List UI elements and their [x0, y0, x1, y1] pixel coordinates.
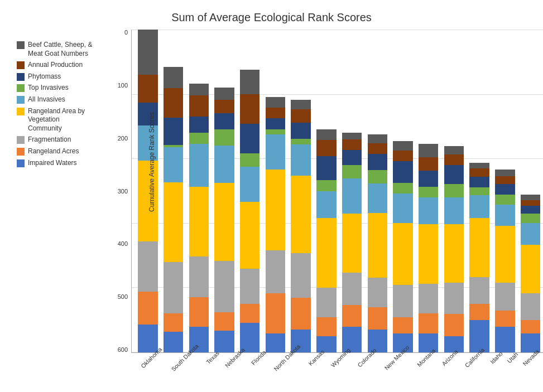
legend-label: Top Invasives [28, 84, 69, 93]
bar-segment-rangeland_area [266, 170, 285, 250]
x-label: Montana [412, 353, 435, 386]
legend-item: Phytomass [17, 72, 95, 81]
bar-segment-rangeland_area [521, 245, 540, 293]
bar-stack [291, 99, 310, 352]
bar-segment-all_invasives [342, 178, 362, 214]
bar-segment-phytomass [444, 165, 464, 184]
bar-segment-phytomass [419, 171, 438, 187]
legend-item: Impaired Waters [17, 159, 95, 168]
bar-segment-all_invasives [214, 146, 234, 183]
bar-segment-beef_cattle [444, 146, 464, 154]
y-tick: 200 [100, 135, 131, 142]
legend-swatch [17, 84, 25, 92]
bar-segment-rangeland_area [240, 202, 260, 269]
legend-label: Impaired Waters [28, 159, 77, 168]
bar-segment-top_invasives [393, 183, 412, 193]
bar-segment-all_invasives [419, 197, 438, 224]
bar-segment-all_invasives [189, 144, 209, 187]
bar-stack [164, 67, 183, 352]
bar-segment-all_invasives [291, 144, 310, 176]
x-label: Wyoming [326, 353, 350, 386]
bar-segment-top_invasives [444, 184, 464, 197]
bar-segment-rangeland_acres [521, 320, 540, 333]
bar-group [519, 30, 542, 352]
bar-segment-rangeland_acres [214, 312, 234, 331]
legend-swatch [17, 148, 25, 156]
bar-segment-all_invasives [240, 167, 260, 202]
bar-stack [138, 30, 157, 352]
legend-item: Rangeland Acres [17, 147, 95, 156]
bar-segment-rangeland_acres [393, 317, 412, 333]
bar-segment-rangeland_acres [266, 293, 285, 333]
bar-segment-all_invasives [495, 205, 515, 226]
x-label: South Dakota [165, 353, 200, 386]
bar-segment-fragmentation [138, 241, 157, 292]
y-tick: 500 [100, 294, 131, 300]
bar-segment-rangeland_area [469, 218, 489, 277]
bar-group [315, 30, 338, 352]
bar-segment-beef_cattle [291, 100, 310, 109]
bar-segment-rangeland_area [444, 224, 464, 282]
bar-segment-fragmentation [266, 250, 285, 293]
legend-label: All Invasives [28, 95, 65, 104]
bar-segment-beef_cattle [469, 163, 489, 168]
legend-label: Rangeland Area by Vegetation Community [28, 107, 95, 133]
bar-group [366, 30, 389, 352]
bar-segment-rangeland_acres [444, 314, 464, 337]
bar-segment-rangeland_area [164, 182, 183, 262]
bar-stack [342, 133, 362, 352]
bar-group [417, 30, 440, 352]
bar-segment-phytomass [316, 156, 336, 180]
bars-row [132, 30, 543, 352]
bar-segment-fragmentation [316, 288, 336, 317]
bar-segment-annual_production [495, 176, 515, 184]
bar-segment-rangeland_acres [342, 305, 362, 327]
x-label: Kansas [304, 353, 324, 386]
bar-group [162, 30, 185, 352]
bar-segment-top_invasives [521, 214, 540, 223]
bar-segment-top_invasives [495, 195, 515, 204]
bars-and-x: OklahomaSouth DakotaTexasNebraskaFlorida… [131, 30, 543, 386]
bar-segment-rangeland_acres [240, 304, 260, 323]
bar-segment-beef_cattle [240, 70, 260, 94]
x-label: Nebraska [220, 353, 245, 386]
bar-segment-beef_cattle [266, 97, 285, 108]
bar-segment-beef_cattle [342, 133, 362, 139]
bar-segment-all_invasives [266, 134, 285, 170]
legend-item: All Invasives [17, 95, 95, 104]
bar-segment-annual_production [469, 168, 489, 176]
legend-label: Phytomass [28, 72, 61, 81]
bar-segment-top_invasives [469, 187, 489, 195]
bar-segment-all_invasives [444, 197, 464, 224]
bar-segment-top_invasives [189, 133, 209, 143]
legend-item: Rangeland Area by Vegetation Community [17, 107, 95, 133]
bar-segment-annual_production [138, 75, 157, 103]
legend-label: Fragmentation [28, 135, 71, 144]
bar-segment-all_invasives [316, 191, 336, 218]
legend-swatch [17, 61, 25, 69]
bar-segment-all_invasives [138, 125, 157, 161]
bar-segment-fragmentation [342, 273, 362, 305]
bar-segment-rangeland_acres [291, 298, 310, 330]
bar-segment-fragmentation [495, 283, 515, 311]
bar-segment-phytomass [495, 184, 515, 195]
bar-segment-rangeland_area [342, 214, 362, 273]
bar-segment-annual_production [393, 151, 412, 161]
y-tick: 400 [100, 241, 131, 247]
x-label: New Mexico [378, 353, 410, 386]
y-tick: 0 [100, 30, 131, 36]
bar-segment-rangeland_acres [469, 304, 489, 320]
legend-label: Rangeland Acres [28, 147, 79, 156]
bar-segment-fragmentation [240, 269, 260, 304]
bar-stack [469, 163, 489, 352]
bar-segment-rangeland_acres [164, 313, 183, 332]
bar-stack [521, 195, 540, 352]
bar-segment-rangeland_area [138, 161, 157, 241]
bar-segment-beef_cattle [214, 88, 234, 99]
bar-segment-fragmentation [469, 277, 489, 304]
bar-segment-annual_production [444, 154, 464, 165]
chart-title: Sum of Average Ecological Rank Scores [171, 11, 372, 24]
bar-segment-fragmentation [189, 257, 209, 297]
bar-segment-all_invasives [521, 223, 540, 245]
x-label: Florida [247, 353, 265, 386]
